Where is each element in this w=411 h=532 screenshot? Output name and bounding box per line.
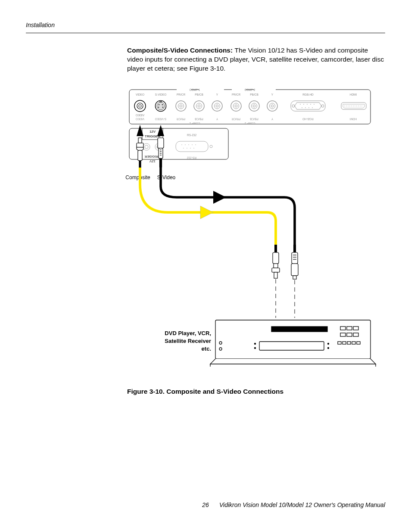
svg-point-23	[159, 104, 160, 105]
svg-rect-118	[273, 252, 279, 264]
svg-text:PR/CR: PR/CR	[177, 93, 186, 96]
svg-text:Y: Y	[271, 118, 273, 121]
svg-text:PB/CB: PB/CB	[195, 93, 203, 96]
svg-text:PR/CR: PR/CR	[177, 118, 186, 121]
svg-point-97	[187, 148, 187, 149]
svg-point-48	[307, 104, 308, 105]
svg-rect-150	[347, 342, 351, 344]
svg-rect-144	[353, 327, 358, 330]
svg-text:HDMI: HDMI	[350, 93, 357, 96]
svg-text:VIDEO: VIDEO	[136, 118, 144, 121]
svideo-plug-top	[158, 138, 164, 167]
svg-rect-106	[138, 150, 142, 161]
svg-point-51	[302, 107, 302, 108]
svg-text:VIDEO: VIDEO	[136, 114, 144, 117]
svg-text:S-VIDEO: S-VIDEO	[155, 118, 167, 121]
svg-rect-120	[272, 268, 280, 272]
section-header: Installation	[26, 22, 385, 28]
svg-point-42	[271, 105, 274, 107]
svg-text:Y: Y	[216, 93, 218, 96]
svg-text:TRIGGER: TRIGGER	[145, 155, 161, 159]
svg-rect-117	[274, 245, 277, 252]
svg-point-36	[235, 105, 237, 107]
composite-plug-bottom	[272, 245, 280, 278]
svg-point-24	[162, 104, 163, 105]
composite-cable-label: Composite	[125, 174, 150, 180]
svg-rect-122	[293, 245, 296, 252]
svg-text:RGB-HD: RGB-HD	[302, 93, 314, 96]
svg-marker-116	[213, 191, 226, 204]
svg-text:RS-232: RS-232	[187, 156, 196, 159]
page-number: 26	[202, 501, 209, 508]
comp1-label: COMP 1	[190, 88, 200, 91]
header-rule	[26, 33, 385, 33]
svg-rect-135	[259, 342, 324, 350]
svg-text:COMP 1: COMP 1	[189, 122, 200, 125]
svg-rect-148	[338, 342, 341, 344]
svg-rect-121	[274, 272, 277, 278]
page-footer: 26 Vidikron Vision Model 10/Model 12 Own…	[26, 501, 385, 508]
svg-point-27	[180, 105, 182, 107]
svg-point-139	[328, 347, 329, 348]
svg-text:COMP 2: COMP 2	[244, 122, 255, 125]
svg-point-52	[305, 107, 306, 108]
top-panel: COMP 1 COMP 2 VIDEO S-VIDEO PR/CR PB/CB …	[129, 88, 371, 125]
svg-text:Y: Y	[271, 93, 274, 96]
svg-point-91	[181, 144, 182, 145]
svg-point-86	[145, 145, 148, 149]
svideo-plug-bottom	[291, 245, 298, 279]
svg-point-92	[185, 144, 186, 145]
svg-text:RS-232: RS-232	[187, 134, 196, 137]
svg-point-19	[157, 102, 165, 110]
device-label-3: etc.	[202, 345, 211, 352]
svg-point-98	[190, 148, 191, 149]
svg-point-53	[308, 107, 309, 108]
svg-point-46	[300, 104, 301, 105]
svg-rect-105	[137, 143, 143, 147]
svg-text:RGB-HD: RGB-HD	[302, 118, 314, 121]
svg-text:PB/CB: PB/CB	[250, 93, 258, 96]
svg-text:PR/CR: PR/CR	[232, 118, 241, 121]
svg-point-141	[219, 348, 222, 350]
svg-rect-20	[159, 101, 162, 103]
svg-rect-104	[138, 138, 142, 143]
svg-rect-149	[342, 342, 346, 344]
svg-text:PB/CB: PB/CB	[195, 118, 203, 121]
svg-rect-142	[340, 327, 346, 330]
svg-point-21	[158, 106, 159, 108]
svg-point-44	[292, 105, 295, 107]
svg-point-137	[255, 347, 256, 348]
svg-point-138	[328, 343, 329, 344]
svg-point-17	[139, 105, 141, 107]
svg-point-30	[198, 105, 200, 107]
intro-paragraph: Composite/S-Video Connections: The Visio…	[127, 46, 385, 73]
svg-rect-127	[291, 264, 298, 276]
svg-point-136	[255, 343, 256, 344]
svg-rect-145	[340, 333, 346, 336]
intro-lead: Composite/S-Video Connections:	[127, 47, 234, 54]
svg-rect-108	[158, 138, 164, 148]
svg-point-90	[210, 145, 212, 148]
svg-point-45	[321, 105, 324, 107]
svg-text:Y: Y	[216, 118, 218, 121]
connection-diagram: COMP 1 COMP 2 VIDEO S-VIDEO PR/CR PB/CB …	[125, 85, 379, 378]
svg-text:VIDEO: VIDEO	[136, 93, 144, 96]
svg-point-99	[193, 148, 194, 149]
svg-rect-114	[160, 159, 162, 167]
svg-point-94	[192, 144, 193, 145]
svg-rect-107	[139, 161, 141, 168]
svg-text:12V: 12V	[149, 130, 156, 134]
svg-rect-151	[352, 342, 355, 344]
svg-point-47	[303, 104, 304, 105]
device-label-1: DVD Player, VCR,	[165, 330, 211, 336]
comp2-label: COMP 2	[245, 88, 255, 91]
svg-rect-123	[292, 252, 298, 264]
svg-point-93	[188, 144, 189, 145]
svg-text:PB/CB: PB/CB	[250, 118, 258, 121]
svg-rect-131	[215, 320, 371, 359]
svg-rect-128	[293, 276, 296, 279]
svg-rect-146	[347, 333, 352, 336]
svg-rect-143	[347, 327, 352, 330]
svg-rect-119	[274, 264, 278, 268]
svg-point-22	[162, 106, 164, 108]
